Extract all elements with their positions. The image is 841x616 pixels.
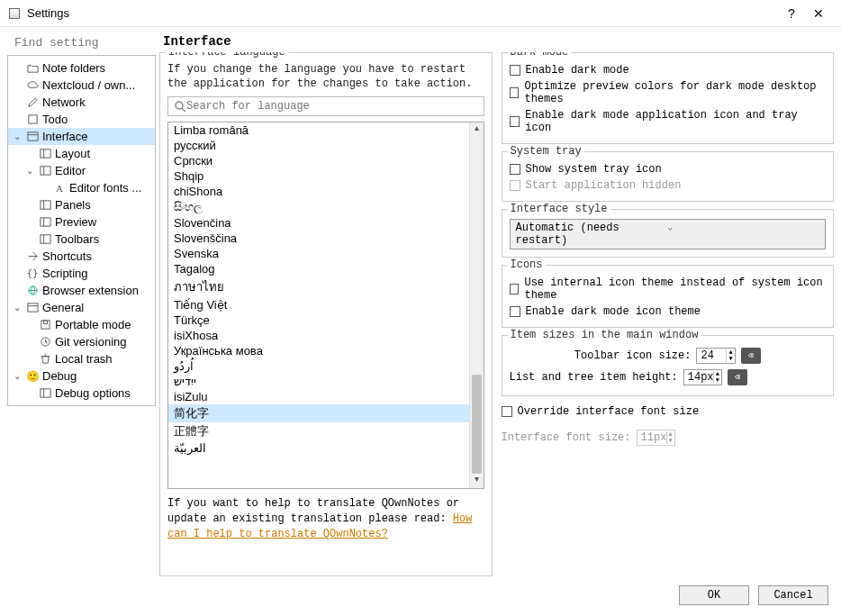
tree-item-todo[interactable]: Todo: [8, 111, 155, 128]
tree-label: Layout: [55, 147, 90, 160]
layout-icon: [39, 199, 51, 212]
language-item[interactable]: Shqip: [168, 168, 469, 184]
tree-item-interface[interactable]: ⌄Interface: [8, 128, 155, 145]
optimize-preview-checkbox[interactable]: Optimize preview colors for dark mode de…: [510, 78, 827, 107]
show-tray-checkbox[interactable]: Show system tray icon: [510, 161, 827, 177]
language-item[interactable]: chiShona: [168, 184, 469, 199]
tree-item-layout[interactable]: Layout: [8, 145, 155, 162]
globe-icon: [26, 285, 39, 297]
tree-item-nextcloud[interactable]: Nextcloud / own...: [8, 77, 155, 94]
tree-item-panels[interactable]: Panels: [8, 196, 155, 213]
ok-button[interactable]: OK: [679, 585, 749, 605]
help-button[interactable]: ?: [778, 6, 805, 21]
svg-rect-16: [27, 303, 37, 312]
tree-label: Note folders: [42, 61, 105, 75]
tree-label: Network: [42, 95, 86, 109]
close-button[interactable]: ✕: [805, 6, 832, 21]
window-icon: [26, 302, 39, 314]
tree-item-general[interactable]: ⌄General: [8, 299, 155, 316]
language-scrollbar[interactable]: ▴ ▾: [469, 122, 484, 488]
tree-label: Toolbars: [55, 232, 99, 246]
list-height-reset[interactable]: ⌫: [728, 369, 747, 385]
svg-rect-18: [41, 321, 49, 329]
language-item[interactable]: русский: [168, 138, 469, 153]
language-item[interactable]: 正體字: [168, 422, 469, 440]
tree-toggle-icon[interactable]: ⌄: [12, 371, 23, 381]
language-item[interactable]: Limba română: [168, 122, 469, 138]
svg-line-24: [182, 108, 185, 112]
tree-toggle-icon[interactable]: ⌄: [12, 131, 23, 141]
style-group-title: Interface style: [508, 203, 610, 215]
darkmode-icon-checkbox[interactable]: Enable dark mode application icon and tr…: [510, 107, 827, 136]
cancel-button[interactable]: Cancel: [758, 585, 828, 605]
systray-group-title: System tray: [508, 145, 584, 158]
svg-rect-13: [40, 235, 50, 243]
interface-style-select[interactable]: Automatic (needs restart) ⌄: [510, 219, 827, 249]
language-item[interactable]: Українська мова: [168, 343, 469, 358]
scroll-thumb[interactable]: [472, 375, 482, 474]
toolbar-size-spinner[interactable]: 24▲▼: [696, 348, 735, 364]
toolbar-size-reset[interactable]: ⌫: [741, 348, 761, 364]
settings-tree[interactable]: Note foldersNextcloud / own...NetworkTod…: [7, 55, 156, 406]
language-item[interactable]: Svenska: [168, 246, 469, 261]
tree-item-scripting[interactable]: {}Scripting: [8, 265, 155, 282]
language-item[interactable]: ייִדיש: [168, 374, 469, 389]
smile-icon: 🙂: [26, 370, 39, 383]
page-title: Interface: [159, 34, 834, 52]
language-search-input[interactable]: [186, 100, 478, 113]
list-height-spinner[interactable]: 14px▲▼: [683, 369, 722, 385]
language-item[interactable]: isiXhosa: [168, 328, 469, 343]
language-item[interactable]: Tiếng Việt: [168, 297, 469, 313]
language-item[interactable]: Српски: [168, 153, 469, 168]
scroll-down-icon[interactable]: ▾: [470, 474, 484, 488]
tree-item-note-folders[interactable]: Note folders: [8, 59, 155, 77]
tree-item-git[interactable]: Git versioning: [8, 333, 155, 350]
language-item[interactable]: Tagalog: [168, 261, 469, 276]
tree-item-network[interactable]: Network: [8, 94, 155, 111]
svg-rect-5: [40, 149, 50, 158]
tree-item-portable[interactable]: Portable mode: [8, 316, 155, 333]
language-item[interactable]: Slovenčina: [168, 215, 469, 231]
font-size-spinner: 11px▲▼: [637, 430, 675, 446]
layout-icon: [39, 216, 51, 229]
tree-label: Interface: [42, 130, 88, 143]
language-item[interactable]: isiZulu: [168, 389, 469, 404]
internal-icons-checkbox[interactable]: Use internal icon theme instead of syste…: [510, 275, 827, 303]
enable-darkmode-checkbox[interactable]: Enable dark mode: [510, 62, 827, 78]
settings-search-input[interactable]: [14, 36, 158, 50]
tree-item-browser-ext[interactable]: Browser extension: [8, 282, 155, 299]
language-list[interactable]: Limba românăрусскийСрпскиShqipchiShonaසි…: [168, 122, 469, 488]
language-item[interactable]: Türkçe: [168, 313, 469, 328]
language-search[interactable]: [167, 96, 484, 116]
tree-item-editor-fonts[interactable]: AEditor fonts ...: [8, 179, 155, 196]
tree-toggle-icon[interactable]: ⌄: [12, 303, 23, 313]
svg-rect-19: [43, 321, 47, 324]
language-item[interactable]: العربيّة: [168, 440, 469, 456]
dark-icons-checkbox[interactable]: Enable dark mode icon theme: [510, 303, 827, 320]
tree-item-editor[interactable]: ⌄Editor: [8, 162, 155, 179]
toolbar-size-label: Toolbar icon size:: [574, 349, 692, 362]
tree-toggle-icon[interactable]: ⌄: [24, 166, 35, 176]
language-item[interactable]: اُردُو: [168, 358, 469, 374]
tree-label: Portable mode: [55, 318, 131, 331]
list-height-label: List and tree item height:: [510, 371, 678, 384]
layout-icon: [39, 233, 51, 246]
tree-item-preview[interactable]: Preview: [8, 213, 155, 231]
language-item[interactable]: ภาษาไทย: [168, 276, 469, 297]
tree-item-toolbars[interactable]: Toolbars: [8, 231, 155, 248]
tree-item-debug[interactable]: ⌄🙂Debug: [8, 367, 155, 385]
start-hidden-checkbox: Start application hidden: [510, 177, 827, 194]
square-icon: [26, 113, 39, 126]
override-font-checkbox[interactable]: Override interface font size: [502, 403, 835, 420]
scroll-up-icon[interactable]: ▴: [470, 122, 484, 137]
svg-rect-7: [40, 167, 50, 175]
language-item[interactable]: 简化字: [168, 404, 469, 422]
language-item[interactable]: Slovenščina: [168, 231, 469, 246]
tree-item-trash[interactable]: Local trash: [8, 350, 155, 367]
settings-search[interactable]: [7, 34, 156, 51]
tree-item-shortcuts[interactable]: Shortcuts: [8, 248, 155, 265]
tree-label: Editor: [55, 164, 86, 177]
tree-label: Editor fonts ...: [69, 181, 141, 195]
language-item[interactable]: සිංහල: [168, 199, 469, 215]
tree-item-debug-opts[interactable]: Debug options: [8, 385, 155, 402]
